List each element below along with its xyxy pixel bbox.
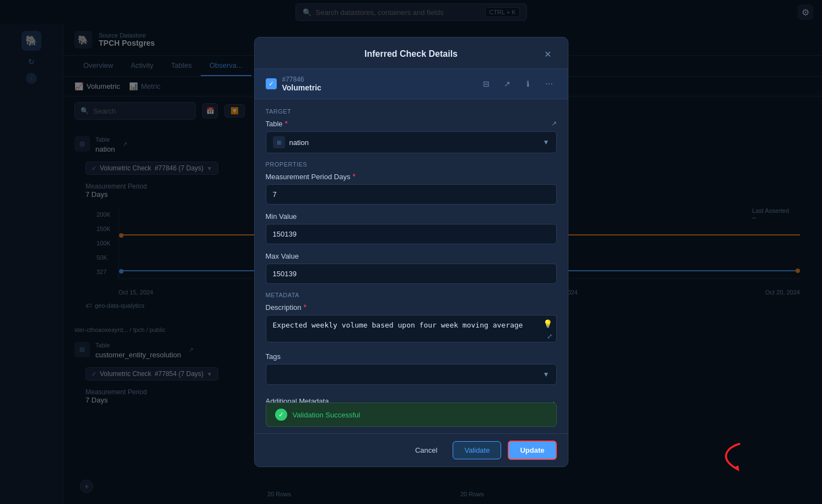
action-edit-icon[interactable]: ↗ (499, 76, 515, 92)
check-type-display: Volumetric (282, 83, 321, 92)
validation-success-icon: ✓ (275, 409, 287, 421)
table-external-link[interactable]: ↗ (551, 120, 557, 127)
min-value-input[interactable] (266, 224, 557, 244)
min-value-field: Min Value (266, 212, 557, 244)
table-select-value: ⊞ nation (273, 136, 309, 148)
required-dot-desc: * (304, 303, 307, 312)
table-select-name: nation (289, 138, 309, 147)
update-button[interactable]: Update (508, 441, 556, 460)
check-details: #77846 Volumetric (282, 76, 321, 92)
tags-chevron: ▼ (543, 371, 550, 378)
modal-check-info: ✓ #77846 Volumetric (266, 76, 321, 92)
modal-body: Target Table * ↗ ⊞ nation ▼ Properties M… (255, 99, 568, 403)
max-value-input[interactable] (266, 264, 557, 284)
inferred-check-modal: Inferred Check Details ✕ ✓ #77846 Volume… (254, 37, 568, 467)
required-dot-table: * (285, 119, 288, 128)
description-field: Description * 💡 Expected weekly volume b… (266, 303, 557, 345)
properties-section-label: Properties (266, 161, 557, 168)
check-checkbox-icon: ✓ (266, 78, 277, 89)
expand-icon[interactable]: ⤢ (547, 333, 552, 340)
modal-footer: Cancel Validate Update (255, 433, 568, 467)
table-field-label: Table * ↗ (266, 119, 557, 128)
check-action-buttons: ⊟ ↗ ℹ ⋯ (479, 76, 557, 92)
modal-title: Inferred Check Details (281, 49, 541, 59)
cancel-button[interactable]: Cancel (406, 442, 446, 459)
metadata-section-label: Metadata (266, 292, 557, 298)
additional-meta-info: Additional Metadata Enhance the check de… (266, 397, 433, 403)
additional-meta-title: Additional Metadata (266, 397, 433, 403)
modal-check-header: ✓ #77846 Volumetric ⊟ ↗ ℹ ⋯ (255, 69, 568, 99)
target-section: Target Table * ↗ ⊞ nation ▼ (266, 108, 557, 153)
measurement-period-input[interactable] (266, 184, 557, 205)
description-textarea[interactable]: Expected weekly volume based upon four w… (266, 315, 557, 342)
table-select-grid-icon: ⊞ (273, 136, 285, 148)
properties-section: Properties Measurement Period Days * Min… (266, 161, 557, 284)
required-dot-period: * (352, 172, 355, 181)
bulb-icon: 💡 (543, 319, 552, 328)
action-info-icon[interactable]: ℹ (520, 76, 536, 92)
measurement-period-field: Measurement Period Days * (266, 172, 557, 205)
min-value-label: Min Value (266, 212, 557, 221)
measurement-period-label: Measurement Period Days * (266, 172, 557, 181)
tags-field: Tags ▼ (266, 352, 557, 385)
validation-bar: ✓ Validation Successful (266, 403, 557, 427)
additional-meta-row: Additional Metadata Enhance the check de… (266, 393, 557, 403)
action-more-icon[interactable]: ⋯ (541, 76, 557, 92)
table-select-chevron: ▼ (543, 138, 550, 146)
modal-close-button[interactable]: ✕ (541, 47, 555, 61)
check-id-display: #77846 (282, 76, 321, 83)
table-select-dropdown[interactable]: ⊞ nation ▼ (266, 131, 557, 153)
tags-select-dropdown[interactable]: ▼ (266, 364, 557, 385)
description-label: Description * (266, 303, 557, 312)
max-value-field: Max Value (266, 252, 557, 284)
validate-button[interactable]: Validate (453, 441, 501, 459)
target-section-label: Target (266, 108, 557, 115)
action-copy-icon[interactable]: ⊟ (479, 76, 494, 92)
max-value-label: Max Value (266, 252, 557, 260)
modal-header: Inferred Check Details ✕ (255, 37, 568, 69)
metadata-section: Metadata Description * 💡 Expected weekly… (266, 292, 557, 403)
validation-text: Validation Successful (293, 411, 361, 419)
tags-label: Tags (266, 352, 557, 361)
